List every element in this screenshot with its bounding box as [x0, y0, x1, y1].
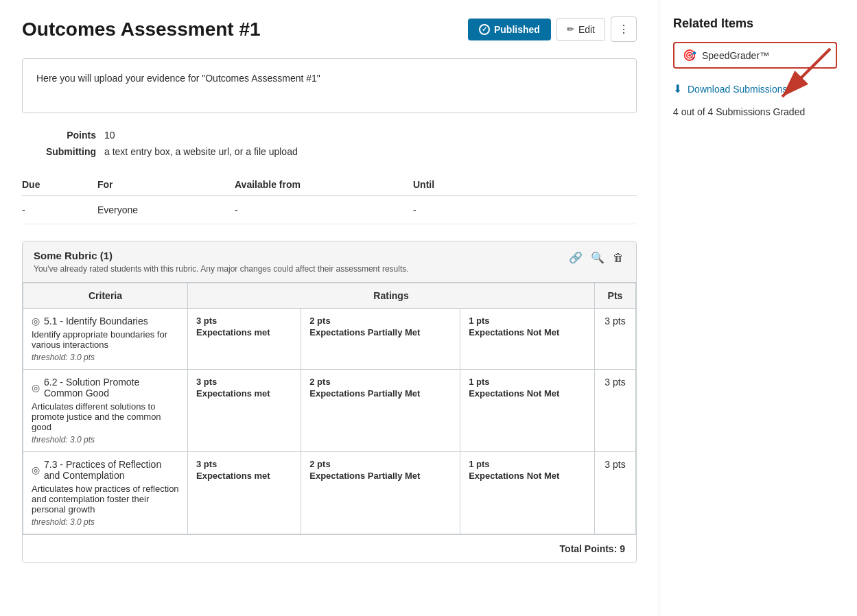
- rubric-actions: 🔗 🔍 🗑: [567, 250, 625, 265]
- description-box: Here you will upload your evidence for "…: [22, 58, 637, 113]
- download-icon: ⬇: [673, 82, 682, 95]
- rating-cell-2-1: 3 pts Expectations met: [188, 370, 301, 452]
- until-header: Until: [413, 174, 637, 196]
- rating-cell-3-3: 1 pts Expectations Not Met: [460, 452, 595, 534]
- criteria-desc-3: Articulates how practices of reflection …: [32, 484, 179, 514]
- due-value: -: [22, 196, 97, 224]
- criteria-cell-3: ◎ 7.3 - Practices of Reflection and Cont…: [23, 452, 188, 534]
- criteria-desc-1: Identify appropriate boundaries for vari…: [32, 329, 179, 350]
- rating-cell-2-2: 2 pts Expectations Partially Met: [301, 370, 460, 452]
- criteria-name-3: ◎ 7.3 - Practices of Reflection and Cont…: [32, 459, 179, 481]
- rubric-title: Some Rubric (1): [34, 250, 409, 261]
- page-header: Outcomes Assessment #1 ✓ Published ✏ Edi…: [22, 16, 637, 42]
- pts-cell-3: 3 pts: [595, 452, 636, 534]
- red-arrow-svg: [762, 35, 844, 117]
- header-actions: ✓ Published ✏ Edit ⋮: [468, 16, 637, 42]
- rating-cell-3-1: 3 pts Expectations met: [188, 452, 301, 534]
- rubric-warning: You've already rated students with this …: [34, 264, 409, 274]
- rating-cell-1-1: 3 pts Expectations met: [188, 309, 301, 370]
- rating-cell-1-3: 1 pts Expectations Not Met: [460, 309, 595, 370]
- assignment-meta: Points 10 Submitting a text entry box, a…: [22, 130, 637, 157]
- criteria-desc-2: Articulates different solutions to promo…: [32, 401, 179, 432]
- edit-button[interactable]: ✏ Edit: [556, 18, 605, 41]
- pencil-icon: ✏: [567, 24, 574, 34]
- rubric-row-3: ◎ 7.3 - Practices of Reflection and Cont…: [23, 452, 636, 534]
- rubric-footer: Total Points: 9: [23, 534, 636, 562]
- due-header: Due: [22, 174, 97, 196]
- rubric-row-2: ◎ 6.2 - Solution Promote Common Good Art…: [23, 370, 636, 452]
- for-header: For: [97, 174, 235, 196]
- submitting-row: Submitting a text entry box, a website u…: [22, 146, 637, 157]
- criteria-cell-1: ◎ 5.1 - Identify Boundaries Identify app…: [23, 309, 188, 370]
- criteria-threshold-1: threshold: 3.0 pts: [32, 353, 179, 362]
- for-value: Everyone: [97, 196, 235, 224]
- rubric-header: Some Rubric (1) You've already rated stu…: [23, 241, 636, 283]
- sidebar: Related Items 🎯 SpeedGrader™ ⬇ Download …: [659, 0, 851, 616]
- pts-cell-1: 3 pts: [595, 309, 636, 370]
- rubric-search-button[interactable]: 🔍: [589, 250, 606, 265]
- dates-row: - Everyone - -: [22, 196, 637, 224]
- rubric-table: Criteria Ratings Pts ◎ 5.1 - Identify Bo…: [23, 283, 636, 534]
- criteria-name-1: ◎ 5.1 - Identify Boundaries: [32, 316, 179, 327]
- ratings-column-header: Ratings: [188, 283, 595, 309]
- outcome-icon-2: ◎: [32, 382, 40, 393]
- rubric-delete-button[interactable]: 🗑: [611, 250, 625, 265]
- outcome-icon-3: ◎: [32, 464, 40, 475]
- check-circle-icon: ✓: [479, 24, 490, 35]
- rating-cell-3-2: 2 pts Expectations Partially Met: [301, 452, 460, 534]
- published-button[interactable]: ✓ Published: [468, 19, 551, 40]
- page-title: Outcomes Assessment #1: [22, 19, 261, 40]
- available-from-value: -: [235, 196, 413, 224]
- more-options-button[interactable]: ⋮: [611, 16, 637, 42]
- pts-column-header: Pts: [595, 283, 636, 309]
- criteria-column-header: Criteria: [23, 283, 188, 309]
- rubric-link-button[interactable]: 🔗: [567, 250, 584, 265]
- rubric-section: Some Rubric (1) You've already rated stu…: [22, 241, 637, 563]
- ellipsis-icon: ⋮: [618, 23, 629, 36]
- outcome-icon-1: ◎: [32, 316, 40, 327]
- rubric-row-1: ◎ 5.1 - Identify Boundaries Identify app…: [23, 309, 636, 370]
- rating-cell-2-3: 1 pts Expectations Not Met: [460, 370, 595, 452]
- svg-line-1: [782, 49, 830, 97]
- until-value: -: [413, 196, 637, 224]
- criteria-threshold-3: threshold: 3.0 pts: [32, 517, 179, 527]
- points-row: Points 10: [22, 130, 637, 141]
- criteria-threshold-2: threshold: 3.0 pts: [32, 435, 179, 445]
- criteria-name-2: ◎ 6.2 - Solution Promote Common Good: [32, 377, 179, 399]
- rubric-header-left: Some Rubric (1) You've already rated stu…: [34, 250, 409, 274]
- rating-cell-1-2: 2 pts Expectations Partially Met: [301, 309, 460, 370]
- criteria-cell-2: ◎ 6.2 - Solution Promote Common Good Art…: [23, 370, 188, 452]
- available-from-header: Available from: [235, 174, 413, 196]
- dates-table: Due For Available from Until - Everyone …: [22, 174, 637, 224]
- pts-cell-2: 3 pts: [595, 370, 636, 452]
- speed-grader-icon: 🎯: [683, 49, 696, 62]
- sidebar-title: Related Items: [673, 16, 837, 31]
